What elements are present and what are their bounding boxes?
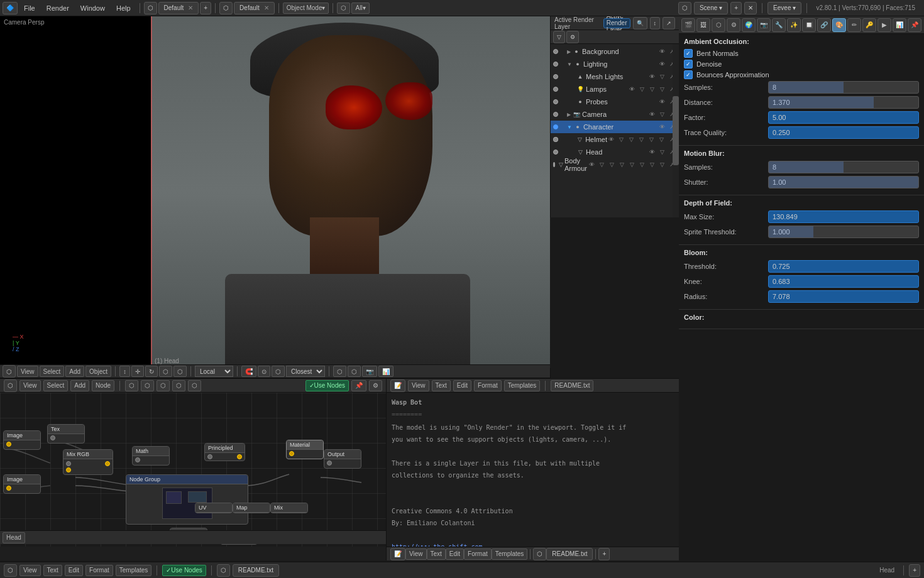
outliner-eye-background[interactable]: 👁: [657, 47, 666, 56]
outliner-eye-body-armour[interactable]: 👁: [587, 160, 596, 169]
all-btn[interactable]: All ▾: [351, 3, 369, 14]
node-3[interactable]: Tex: [47, 424, 85, 444]
node-small-2[interactable]: Map: [233, 503, 270, 513]
node-snap2-btn[interactable]: ⬡: [172, 380, 185, 391]
text-edit-btn[interactable]: Edit: [453, 380, 471, 391]
samples-value-ao[interactable]: 8: [768, 81, 919, 94]
outliner-eye-lighting[interactable]: 👁: [657, 60, 666, 68]
add-scene-btn[interactable]: +: [730, 2, 742, 14]
view-menu-btn[interactable]: View: [17, 366, 38, 377]
node-pin-btn[interactable]: 📌: [351, 380, 366, 391]
text-footer-edit-btn[interactable]: Edit: [446, 548, 464, 560]
outliner-filter4-helmet[interactable]: ▽: [647, 135, 656, 144]
node-6[interactable]: Principled: [204, 443, 245, 461]
statusbar-edit-btn[interactable]: Edit: [65, 565, 83, 576]
outliner-item-lighting[interactable]: ▼ ● Lighting 👁 ↗: [551, 58, 679, 70]
outliner-visibility-head[interactable]: [553, 150, 558, 155]
props-tab-physics[interactable]: 🔲: [802, 18, 816, 32]
outliner-visibility-lamps[interactable]: [553, 87, 558, 92]
workspace-icon-2[interactable]: ⬡: [219, 2, 233, 14]
node-add-btn[interactable]: Add: [70, 380, 89, 391]
node-snap3-btn[interactable]: ⬡: [188, 380, 201, 391]
props-tab-output[interactable]: 🖼: [696, 18, 710, 32]
text-file-btn[interactable]: README.txt: [551, 380, 593, 391]
outliner-filter4-body-armour[interactable]: ▽: [627, 160, 636, 169]
outliner-filter-lamps[interactable]: ▽: [637, 85, 646, 94]
max-size-value[interactable]: 130.849: [768, 210, 919, 223]
workspace2-close-icon[interactable]: ✕: [264, 4, 269, 11]
outliner-filter5-body-armour[interactable]: ▽: [637, 160, 646, 169]
statusbar-format-btn[interactable]: Format: [85, 565, 113, 576]
render-layer-add[interactable]: ↗: [663, 17, 675, 30]
node-options-btn[interactable]: ⚙: [369, 380, 382, 391]
outliner-visibility-character[interactable]: [553, 124, 558, 129]
node-1[interactable]: Image: [3, 430, 41, 450]
props-tab-custom[interactable]: 📌: [908, 18, 921, 32]
node-canvas[interactable]: Image Image Tex Mix RGB: [0, 393, 386, 547]
statusbar-view-btn[interactable]: View: [19, 565, 41, 576]
text-footer-icon[interactable]: 📝: [390, 548, 405, 560]
outliner-visibility-mesh-lights[interactable]: [553, 74, 558, 79]
use-nodes-checkbox[interactable]: ✓ Use Nodes: [305, 380, 349, 391]
outliner-filter3-body-armour[interactable]: ▽: [617, 160, 626, 169]
outliner-visibility-body-armour[interactable]: [553, 162, 555, 167]
object-menu-btn[interactable]: Object: [85, 366, 111, 377]
outliner-eye-helmet[interactable]: 👁: [607, 135, 616, 144]
scale-tool-btn[interactable]: ⬡: [159, 366, 172, 377]
node-5[interactable]: Math: [132, 446, 170, 466]
props-tab-particles[interactable]: ✨: [787, 18, 801, 32]
outliner-scrollbar-v[interactable]: [673, 44, 679, 217]
props-tab-vertex-groups[interactable]: 📊: [893, 18, 906, 32]
text-footer-view-btn[interactable]: View: [405, 548, 427, 560]
viewport-overlays-btn[interactable]: ⬡: [337, 3, 350, 14]
outliner-filter-helmet[interactable]: ▽: [617, 135, 626, 144]
radius-value[interactable]: 7.078: [768, 290, 919, 303]
menu-file[interactable]: File: [19, 3, 40, 14]
outliner-item-body-armour[interactable]: ▽ Body Armour 👁 ▽ ▽ ▽ ▽ ▽ ▽ ▽ ↗: [551, 158, 679, 171]
proportional-btn[interactable]: ⊙: [258, 366, 270, 377]
scene-icon[interactable]: ⬡: [678, 2, 691, 14]
outliner-filter2-helmet[interactable]: ▽: [627, 135, 636, 144]
transform-space-select[interactable]: Local Global Normal: [195, 366, 233, 377]
remove-scene-btn[interactable]: ✕: [744, 2, 757, 14]
props-tab-view-layer[interactable]: ⬡: [712, 18, 725, 32]
denoise-checkbox[interactable]: ✓: [684, 60, 693, 68]
text-format-btn[interactable]: Format: [474, 380, 502, 391]
text-footer-scene-icon[interactable]: ⬡: [533, 548, 546, 560]
render-layer-name[interactable]: Active Render Layer: [603, 18, 630, 28]
text-content[interactable]: Wasp Bot ======== The model is using "On…: [387, 393, 679, 547]
move-tool-btn[interactable]: ✛: [131, 366, 144, 377]
add-menu-btn[interactable]: Add: [65, 366, 84, 377]
engine-select[interactable]: Eevee ▾: [767, 2, 801, 14]
outliner-filter2-lamps[interactable]: ▽: [647, 85, 656, 94]
outliner-eye-head[interactable]: 👁: [647, 148, 656, 156]
transform-mode-btn[interactable]: ↕: [119, 366, 130, 377]
viewport-icon-btn[interactable]: ⬡: [3, 365, 16, 378]
props-tab-data[interactable]: ✏: [847, 18, 861, 32]
outliner-filter6-body-armour[interactable]: ▽: [647, 160, 656, 169]
outliner-filter-camera[interactable]: ▽: [657, 110, 666, 119]
text-editor-icon[interactable]: 📝: [390, 379, 405, 392]
node-type-btn[interactable]: ⬡: [141, 380, 154, 391]
node-view-btn[interactable]: View: [19, 380, 41, 391]
menu-help[interactable]: Help: [111, 3, 136, 14]
props-tab-uvmaps[interactable]: ▶: [877, 18, 891, 32]
menu-render[interactable]: Render: [41, 3, 74, 14]
threshold-value[interactable]: 0.725: [768, 260, 919, 273]
scene-select[interactable]: Scene ▾: [694, 2, 728, 14]
props-tab-shapekeys[interactable]: 🔑: [862, 18, 876, 32]
text-text-btn[interactable]: Text: [432, 380, 451, 391]
render-layer-options[interactable]: ↕: [650, 17, 661, 30]
node-node-btn[interactable]: Node: [92, 380, 114, 391]
node-2[interactable]: Image: [3, 474, 41, 494]
snap-icons-btn[interactable]: 📷: [362, 366, 377, 377]
outliner-visibility-lighting[interactable]: [553, 62, 558, 67]
outliner-item-camera[interactable]: ▶ 📷 Camera 👁 ▽ ↗: [551, 108, 679, 121]
outliner-item-character[interactable]: ▼ ● Character 👁 ↗: [551, 121, 679, 133]
stats-btn[interactable]: 📊: [378, 366, 393, 377]
outliner-filter3-helmet[interactable]: ▽: [637, 135, 646, 144]
outliner-filter-body-armour[interactable]: ▽: [597, 160, 606, 169]
blender-icon-btn[interactable]: 🔷: [3, 2, 18, 14]
workspace-close-icon[interactable]: ✕: [188, 4, 193, 11]
distance-value[interactable]: 1.370: [768, 96, 919, 109]
